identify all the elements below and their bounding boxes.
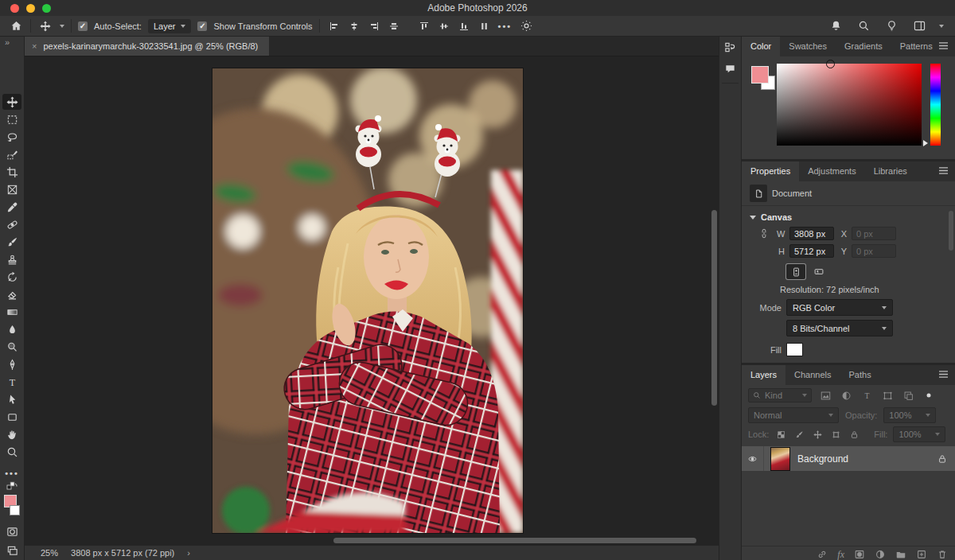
bell-icon[interactable] bbox=[828, 18, 844, 34]
lock-all-icon[interactable] bbox=[848, 428, 860, 441]
lasso-tool[interactable] bbox=[2, 129, 21, 145]
auto-select-checkbox[interactable]: ✓ bbox=[78, 21, 88, 31]
hand-tool[interactable] bbox=[2, 426, 21, 442]
type-tool[interactable]: T bbox=[2, 374, 21, 390]
tab-adjustments[interactable]: Adjustments bbox=[799, 161, 865, 181]
tab-patterns[interactable]: Patterns bbox=[891, 37, 941, 56]
search-icon[interactable] bbox=[856, 18, 871, 34]
path-selection-tool[interactable] bbox=[2, 391, 21, 407]
crop-tool[interactable] bbox=[2, 164, 21, 180]
tab-paths[interactable]: Paths bbox=[840, 365, 880, 385]
chevron-down-icon[interactable] bbox=[60, 25, 64, 28]
layer-row-background[interactable]: Background bbox=[742, 446, 955, 471]
zoom-tool[interactable] bbox=[2, 444, 21, 460]
link-layers-icon[interactable] bbox=[817, 549, 828, 560]
landscape-orientation-button[interactable] bbox=[809, 264, 828, 279]
link-dimensions-icon[interactable] bbox=[756, 227, 772, 240]
width-input[interactable] bbox=[789, 227, 834, 240]
edit-toolbar-icon[interactable]: ••• bbox=[2, 468, 21, 479]
align-bottom-icon[interactable] bbox=[456, 18, 472, 34]
zoom-level[interactable]: 25% bbox=[41, 548, 58, 558]
distribute-v-icon[interactable] bbox=[476, 18, 492, 34]
blur-tool[interactable] bbox=[2, 321, 21, 337]
adjustment-layer-icon[interactable] bbox=[875, 549, 886, 560]
chevron-down-icon[interactable] bbox=[939, 25, 944, 28]
swap-colors-icon[interactable] bbox=[2, 480, 21, 492]
color-picker-handle[interactable] bbox=[826, 60, 835, 68]
comments-icon[interactable] bbox=[719, 58, 741, 80]
tab-libraries[interactable]: Libraries bbox=[865, 161, 916, 181]
kind-filter-dropdown[interactable]: Kind bbox=[748, 388, 812, 402]
history-brush-tool[interactable] bbox=[2, 269, 21, 285]
lock-position-icon[interactable] bbox=[811, 428, 824, 441]
align-middle-icon[interactable] bbox=[436, 18, 452, 34]
tab-properties[interactable]: Properties bbox=[742, 161, 799, 181]
quick-mask-icon[interactable] bbox=[2, 523, 21, 539]
tab-gradients[interactable]: Gradients bbox=[836, 37, 891, 56]
brush-tool[interactable] bbox=[2, 234, 21, 250]
expand-tools-icon[interactable]: » bbox=[5, 37, 10, 47]
tab-layers[interactable]: Layers bbox=[742, 365, 785, 385]
hue-slider[interactable] bbox=[930, 64, 941, 146]
layer-thumbnail[interactable] bbox=[770, 447, 790, 471]
new-layer-icon[interactable] bbox=[916, 549, 927, 560]
canvas-image[interactable] bbox=[212, 68, 523, 533]
more-options-icon[interactable]: ••• bbox=[498, 21, 513, 31]
fill-color-swatch[interactable] bbox=[786, 343, 803, 356]
screen-mode-icon[interactable] bbox=[2, 542, 21, 558]
filter-pixel-layers-icon[interactable] bbox=[818, 388, 832, 402]
mode-dropdown[interactable]: RGB Color bbox=[786, 299, 893, 316]
new-group-icon[interactable] bbox=[895, 549, 906, 560]
tab-channels[interactable]: Channels bbox=[785, 365, 840, 385]
lock-artboard-icon[interactable] bbox=[829, 428, 842, 441]
move-tool[interactable] bbox=[2, 94, 21, 110]
portrait-orientation-button[interactable] bbox=[786, 264, 805, 279]
document-tab[interactable]: × pexels-karinarymarchuk-30233541.jpg @ … bbox=[25, 37, 269, 56]
depth-dropdown[interactable]: 8 Bits/Channel bbox=[786, 320, 893, 336]
horizontal-scrollbar[interactable] bbox=[333, 538, 696, 543]
add-layer-mask-icon[interactable] bbox=[854, 549, 865, 560]
panel-menu-icon[interactable] bbox=[938, 166, 949, 175]
filter-shape-layers-icon[interactable] bbox=[880, 388, 895, 402]
close-tab-icon[interactable]: × bbox=[32, 41, 37, 51]
show-transform-checkbox[interactable]: ✓ bbox=[197, 21, 207, 31]
status-chevron-icon[interactable]: › bbox=[187, 548, 190, 558]
foreground-color-swatch[interactable] bbox=[751, 66, 769, 84]
align-center-h-icon[interactable] bbox=[346, 18, 362, 34]
filter-type-layers-icon[interactable]: T bbox=[860, 388, 874, 402]
canvas-pasteboard[interactable] bbox=[25, 56, 710, 546]
panel-menu-icon[interactable] bbox=[938, 41, 949, 50]
pen-tool[interactable] bbox=[2, 356, 21, 372]
tab-swatches[interactable]: Swatches bbox=[780, 37, 836, 56]
marquee-tool[interactable] bbox=[2, 111, 21, 127]
layer-name[interactable]: Background bbox=[797, 453, 848, 465]
distribute-center-icon[interactable] bbox=[386, 18, 402, 34]
eyedropper-tool[interactable] bbox=[2, 199, 21, 215]
object-selection-tool[interactable] bbox=[2, 146, 21, 162]
align-right-icon[interactable] bbox=[366, 18, 382, 34]
tab-color[interactable]: Color bbox=[742, 37, 780, 56]
lightbulb-icon[interactable] bbox=[883, 18, 899, 34]
layer-visibility-icon[interactable] bbox=[742, 446, 764, 471]
history-icon[interactable] bbox=[719, 37, 741, 58]
height-input[interactable] bbox=[789, 244, 834, 258]
align-left-icon[interactable] bbox=[326, 18, 342, 34]
panel-scrollbar[interactable] bbox=[949, 211, 953, 251]
align-top-icon[interactable] bbox=[416, 18, 432, 34]
lock-transparency-icon[interactable] bbox=[774, 428, 787, 441]
vertical-scrollbar[interactable] bbox=[711, 210, 717, 406]
delete-layer-icon[interactable] bbox=[937, 549, 948, 560]
healing-brush-tool[interactable] bbox=[2, 216, 21, 232]
move-tool-icon[interactable] bbox=[37, 18, 53, 34]
gradient-tool[interactable] bbox=[2, 304, 21, 320]
workspace-icon[interactable] bbox=[911, 18, 927, 34]
color-field[interactable] bbox=[777, 64, 922, 146]
lock-pixels-icon[interactable] bbox=[793, 428, 805, 441]
filter-adjustment-layers-icon[interactable] bbox=[839, 388, 853, 402]
hue-slider-handle[interactable] bbox=[923, 140, 928, 146]
eraser-tool[interactable] bbox=[2, 286, 21, 302]
background-color-swatch[interactable] bbox=[10, 505, 20, 515]
close-window-button[interactable] bbox=[10, 4, 19, 13]
minimize-window-button[interactable] bbox=[26, 4, 35, 13]
filter-smart-objects-icon[interactable] bbox=[901, 388, 915, 402]
